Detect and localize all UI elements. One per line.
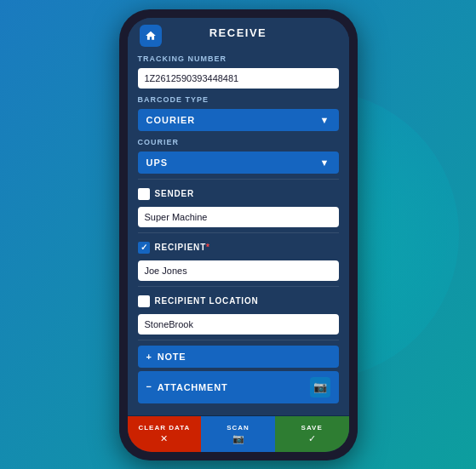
home-icon	[145, 30, 157, 42]
save-icon: ✓	[308, 433, 316, 444]
divider-4	[138, 340, 339, 340]
barcode-chevron-icon: ▼	[320, 115, 330, 125]
attachment-left: − ATTACHMENT	[146, 382, 228, 392]
plus-icon: +	[146, 352, 152, 362]
attachment-row[interactable]: − ATTACHMENT 📷	[138, 371, 339, 403]
clear-label: CLEAR DATA	[138, 424, 190, 432]
minus-icon: −	[146, 382, 152, 392]
tracking-label: TRACKING NUMBER	[138, 54, 339, 63]
recipient-checkbox[interactable]	[138, 242, 150, 254]
app-footer: CLEAR DATA ✕ SCAN 📷 SAVE ✓	[128, 415, 349, 452]
divider-1	[138, 179, 339, 180]
header-title: RECEIVE	[209, 26, 267, 39]
recipient-input[interactable]: Joe Jones	[138, 260, 339, 281]
camera-icon: 📷	[313, 380, 327, 393]
barcode-value: COURIER	[146, 115, 196, 125]
phone-screen: RECEIVE TRACKING NUMBER 1Z26125903934484…	[128, 18, 349, 452]
recipient-label: RECIPIENT*	[155, 243, 210, 252]
scan-label: SCAN	[227, 424, 249, 432]
courier-value: UPS	[146, 157, 169, 168]
save-label: SAVE	[301, 424, 323, 432]
divider-2	[138, 232, 339, 233]
scan-icon: 📷	[232, 433, 244, 444]
camera-button[interactable]: 📷	[310, 377, 330, 398]
clear-button[interactable]: CLEAR DATA ✕	[128, 416, 202, 452]
phone-frame: RECEIVE TRACKING NUMBER 1Z26125903934484…	[119, 9, 358, 460]
note-row[interactable]: + NOTE	[138, 346, 339, 368]
note-label: NOTE	[158, 352, 186, 362]
sender-input[interactable]: Super Machine	[138, 207, 339, 227]
courier-dropdown[interactable]: UPS ▼	[138, 152, 339, 174]
save-button[interactable]: SAVE ✓	[275, 416, 349, 452]
courier-label: COURIER	[138, 138, 339, 146]
barcode-dropdown[interactable]: COURIER ▼	[138, 109, 339, 131]
recipient-location-input[interactable]: StoneBrook	[138, 314, 339, 335]
app-header: RECEIVE	[128, 18, 349, 44]
sender-checkbox[interactable]	[138, 188, 150, 200]
attachment-label: ATTACHMENT	[158, 382, 228, 392]
recipient-row: RECIPIENT*	[138, 238, 339, 257]
barcode-label: BARCODE TYPE	[138, 95, 339, 104]
recipient-location-checkbox[interactable]	[138, 295, 150, 307]
scan-button[interactable]: SCAN 📷	[201, 416, 275, 452]
sender-row: SENDER	[138, 185, 339, 203]
recipient-location-label: RECIPIENT LOCATION	[155, 296, 259, 306]
tracking-input[interactable]: 1Z2612590393448481	[138, 68, 339, 89]
form-content: TRACKING NUMBER 1Z2612590393448481 BARCO…	[128, 44, 349, 415]
recipient-location-row: RECIPIENT LOCATION	[138, 292, 339, 311]
clear-icon: ✕	[160, 433, 168, 444]
courier-chevron-icon: ▼	[320, 157, 330, 168]
home-button[interactable]	[140, 25, 162, 47]
divider-3	[138, 286, 339, 287]
required-star: *	[206, 243, 210, 252]
sender-label: SENDER	[155, 189, 194, 198]
